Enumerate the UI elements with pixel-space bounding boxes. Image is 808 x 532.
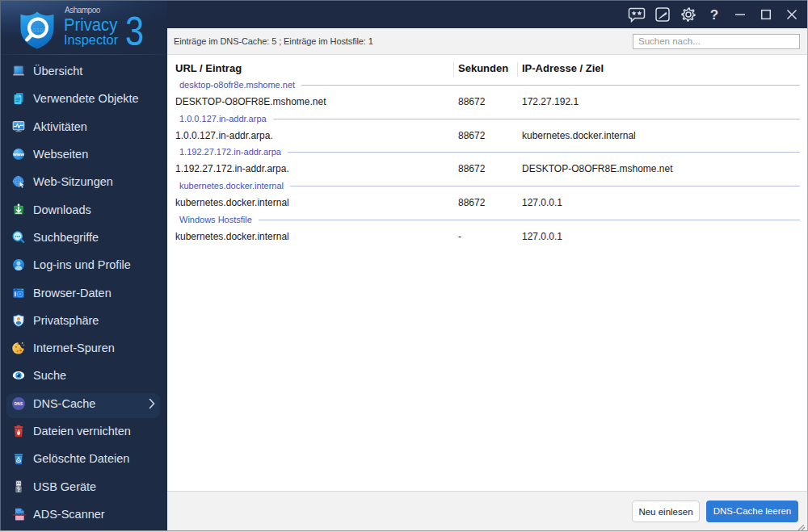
svg-text:DNS: DNS: [15, 402, 23, 406]
svg-text:?: ?: [710, 6, 718, 22]
svg-text:www: www: [12, 152, 24, 157]
